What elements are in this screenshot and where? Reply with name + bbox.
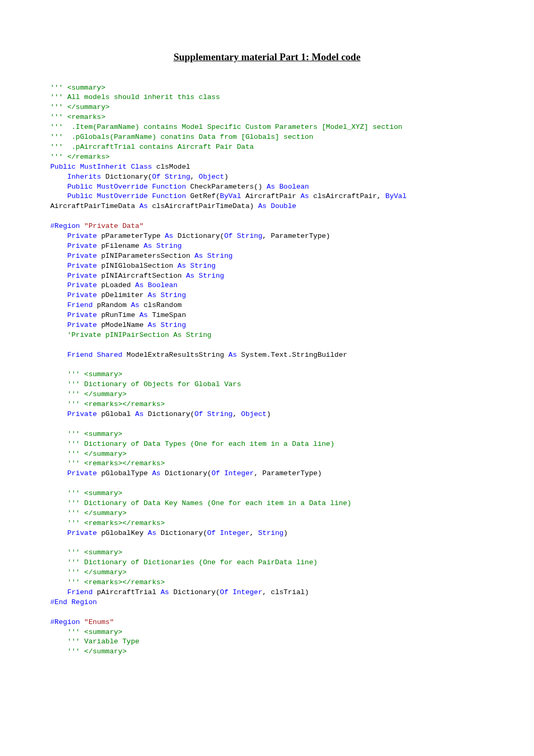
code-token (50, 301, 67, 309)
code-token: clsAircraftPairTimeData) (148, 202, 258, 210)
code-token: ''' <summary> ''' Dictionary of Data Typ… (50, 430, 335, 468)
code-token: , clsTrial) (262, 588, 309, 596)
code-token: "Private Data" (84, 222, 143, 230)
code-token: Dictionary( (101, 173, 152, 181)
code-token: Public MustOverride Function (67, 183, 186, 191)
code-token: #Region (50, 618, 80, 626)
code-token (80, 618, 84, 626)
code-token: Inherits (67, 173, 101, 181)
code-token: pModelName (97, 321, 148, 329)
code-token: Public MustOverride Function (67, 192, 186, 200)
code-token: , (250, 529, 258, 537)
code-token: As (139, 202, 148, 210)
code-token: Friend Shared (67, 351, 122, 359)
code-token: , (190, 173, 198, 181)
code-token: Friend (67, 588, 93, 596)
code-token: Of String (224, 232, 262, 240)
code-token: pGlobal (97, 410, 135, 418)
code-token: ''' <summary> ''' All models should inhe… (50, 84, 402, 161)
code-token: String (258, 529, 284, 537)
code-token (50, 272, 67, 280)
page-title: Supplementary material Part 1: Model cod… (50, 50, 484, 64)
code-token: ByVal (385, 192, 407, 200)
code-token (50, 588, 67, 596)
code-token: Private (67, 291, 97, 299)
code-token: Object (241, 410, 267, 418)
code-token: As String (148, 291, 186, 299)
code-token: "Enums" (84, 618, 114, 626)
code-token: As (228, 351, 237, 359)
code-token: As (152, 469, 160, 477)
code-token (80, 222, 84, 230)
code-token: , (232, 410, 241, 418)
code-token (50, 252, 67, 260)
code-token (50, 529, 67, 537)
code-token: pLoaded (97, 281, 135, 289)
code-token: Dictionary( (143, 410, 194, 418)
code-token: Friend (67, 301, 93, 309)
code-token: As Boolean (135, 281, 177, 289)
code-token (50, 469, 67, 477)
code-token: #End Region (50, 598, 97, 606)
code-token: As String (143, 242, 182, 250)
code-token: Of String (194, 410, 232, 418)
code-token: Dictionary( (169, 588, 220, 596)
code-token: Of Integer (212, 469, 254, 477)
code-token: Private (67, 272, 97, 280)
code-token: ModelExtraResultsString (123, 351, 229, 359)
code-token: As String (177, 262, 216, 270)
code-token: Of String (152, 173, 190, 181)
code-token (50, 192, 67, 200)
code-token: As (301, 192, 309, 200)
code-token: As String (148, 321, 186, 329)
code-token: As (148, 529, 156, 537)
code-token: As String (194, 252, 232, 260)
code-token: Private (67, 232, 97, 240)
code-token: Dictionary( (157, 529, 207, 537)
code-token: pRunTime (97, 311, 139, 319)
code-token: As (165, 232, 173, 240)
code-token: #Region (50, 222, 80, 230)
code-token: pFilename (97, 242, 143, 250)
code-token: As (131, 301, 139, 309)
code-token: Object (199, 173, 225, 181)
code-token: Dictionary( (161, 469, 212, 477)
code-token (50, 281, 67, 289)
code-token: pRandom (93, 301, 131, 309)
code-token: pDelimiter (97, 291, 148, 299)
code-token (50, 628, 67, 636)
code-token: Private (67, 242, 97, 250)
code-token: Of Integer (207, 529, 250, 537)
code-token: As Boolean (266, 183, 309, 191)
code-token: AircraftPair (241, 192, 301, 200)
code-token: Private (67, 281, 97, 289)
code-token: Of Integer (220, 588, 262, 596)
code-token: GetRef( (186, 192, 220, 200)
code-token: pParameterType (97, 232, 165, 240)
code-token (50, 291, 67, 299)
code-token: As String (186, 272, 224, 280)
code-token: As (161, 588, 169, 596)
code-token: As (135, 410, 143, 418)
code-token: pGlobalType (97, 469, 152, 477)
code-token: ''' <summary> ''' Dictionary of Data Key… (50, 489, 351, 527)
code-token: ''' <summary> ''' Dictionary of Objects … (50, 370, 241, 408)
code-token (50, 331, 67, 339)
code-token (50, 232, 67, 240)
code-token: CheckParameters() (186, 183, 266, 191)
code-token (50, 410, 67, 418)
code-token: Private (67, 469, 97, 477)
code-token: As Double (258, 202, 296, 210)
code-token: clsAircraftPair, (309, 192, 385, 200)
code-token: ByVal (220, 192, 241, 200)
code-token: pINIParametersSection (97, 252, 194, 260)
code-token: ''' <summary> ''' Dictionary of Dictiona… (50, 549, 317, 586)
code-token: Dictionary( (173, 232, 224, 240)
code-token: Private (67, 529, 97, 537)
code-token: pAircraftTrial (93, 588, 161, 596)
code-token (50, 262, 67, 270)
code-token: Private (67, 252, 97, 260)
code-token: Public MustInherit Class (50, 163, 152, 171)
code-token: As (139, 311, 148, 319)
code-block: ''' <summary> ''' All models should inhe… (50, 83, 484, 658)
